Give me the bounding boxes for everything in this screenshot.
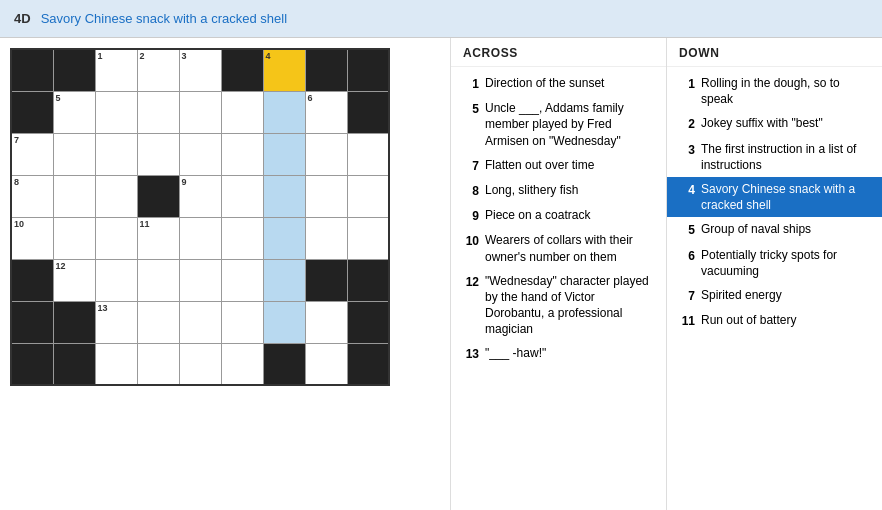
down-clue-item-1[interactable]: 1Rolling in the dough, so to speak [667, 71, 882, 111]
cell-r5c4[interactable]: 11 [137, 217, 179, 259]
top-clue-text: Savory Chinese snack with a cracked shel… [41, 11, 287, 26]
cell-r1c9[interactable] [347, 49, 389, 91]
cell-r3c3[interactable] [95, 133, 137, 175]
cell-r7c7[interactable] [263, 301, 305, 343]
down-clue-item-6[interactable]: 6Potentially tricky spots for vacuuming [667, 243, 882, 283]
cell-r6c5[interactable] [179, 259, 221, 301]
cell-r2c5[interactable] [179, 91, 221, 133]
cell-r1c1[interactable] [11, 49, 53, 91]
across-clue-item-7[interactable]: 7Flatten out over time [451, 153, 666, 178]
across-panel: ACROSS 1Direction of the sunset5Uncle __… [451, 38, 667, 510]
cell-r1c3[interactable]: 1 [95, 49, 137, 91]
cell-r1c5[interactable]: 3 [179, 49, 221, 91]
cell-r7c2[interactable] [53, 301, 95, 343]
cell-r3c5[interactable] [179, 133, 221, 175]
cell-r1c7[interactable]: 4 [263, 49, 305, 91]
across-clue-item-9[interactable]: 9Piece on a coatrack [451, 203, 666, 228]
cell-r3c9[interactable] [347, 133, 389, 175]
cell-r3c8[interactable] [305, 133, 347, 175]
cell-r1c6[interactable] [221, 49, 263, 91]
crossword-grid[interactable]: 1 2 3 4 5 6 [10, 48, 390, 386]
cell-r2c8[interactable]: 6 [305, 91, 347, 133]
cell-r5c5[interactable] [179, 217, 221, 259]
cell-r6c1[interactable] [11, 259, 53, 301]
cell-r4c4[interactable] [137, 175, 179, 217]
cell-r4c1[interactable]: 8 [11, 175, 53, 217]
cell-r8c3[interactable] [95, 343, 137, 385]
cell-r6c7[interactable] [263, 259, 305, 301]
cell-r8c5[interactable] [179, 343, 221, 385]
cell-r2c6[interactable] [221, 91, 263, 133]
cell-r2c4[interactable] [137, 91, 179, 133]
cell-r6c3[interactable] [95, 259, 137, 301]
down-clue-list[interactable]: 1Rolling in the dough, so to speak2Jokey… [667, 67, 882, 510]
cell-r8c9[interactable] [347, 343, 389, 385]
cell-r5c8[interactable] [305, 217, 347, 259]
cell-r2c3[interactable] [95, 91, 137, 133]
cell-r7c8[interactable] [305, 301, 347, 343]
cell-r1c8[interactable] [305, 49, 347, 91]
across-clue-num-1: 1 [459, 75, 479, 92]
cell-r3c7[interactable] [263, 133, 305, 175]
cell-r8c8[interactable] [305, 343, 347, 385]
cell-r2c1[interactable] [11, 91, 53, 133]
down-clue-item-11[interactable]: 11Run out of battery [667, 308, 882, 333]
cell-r7c9[interactable] [347, 301, 389, 343]
cell-r4c9[interactable] [347, 175, 389, 217]
cell-r4c7[interactable] [263, 175, 305, 217]
cell-r6c9[interactable] [347, 259, 389, 301]
across-clue-text-8: Long, slithery fish [485, 182, 578, 198]
cell-r3c6[interactable] [221, 133, 263, 175]
cell-r5c3[interactable] [95, 217, 137, 259]
cell-r8c4[interactable] [137, 343, 179, 385]
cell-r3c2[interactable] [53, 133, 95, 175]
down-clue-item-5[interactable]: 5Group of naval ships [667, 217, 882, 242]
across-clue-item-13[interactable]: 13"___ -haw!" [451, 341, 666, 366]
cell-r4c8[interactable] [305, 175, 347, 217]
cell-r4c3[interactable] [95, 175, 137, 217]
cell-r8c2[interactable] [53, 343, 95, 385]
across-clue-item-10[interactable]: 10Wearers of collars with their owner's … [451, 228, 666, 268]
cell-r5c1[interactable]: 10 [11, 217, 53, 259]
cell-r4c6[interactable] [221, 175, 263, 217]
cell-r8c6[interactable] [221, 343, 263, 385]
cell-r5c2[interactable] [53, 217, 95, 259]
cell-r7c4[interactable] [137, 301, 179, 343]
across-clue-item-12[interactable]: 12"Wednesday" character played by the ha… [451, 269, 666, 342]
cell-r7c6[interactable] [221, 301, 263, 343]
cell-r3c4[interactable] [137, 133, 179, 175]
across-header: ACROSS [451, 38, 666, 67]
cell-r3c1[interactable]: 7 [11, 133, 53, 175]
cell-r7c3[interactable]: 13 [95, 301, 137, 343]
across-clue-item-1[interactable]: 1Direction of the sunset [451, 71, 666, 96]
top-clue-bar: 4D Savory Chinese snack with a cracked s… [0, 0, 882, 38]
cell-r8c1[interactable] [11, 343, 53, 385]
across-clue-item-8[interactable]: 8Long, slithery fish [451, 178, 666, 203]
cell-r7c1[interactable] [11, 301, 53, 343]
cell-r1c4[interactable]: 2 [137, 49, 179, 91]
cell-r4c2[interactable] [53, 175, 95, 217]
cell-r6c6[interactable] [221, 259, 263, 301]
across-clue-list[interactable]: 1Direction of the sunset5Uncle ___, Adda… [451, 67, 666, 510]
across-clue-num-7: 7 [459, 157, 479, 174]
down-clue-item-3[interactable]: 3The first instruction in a list of inst… [667, 137, 882, 177]
cell-r6c2[interactable]: 12 [53, 259, 95, 301]
across-clue-text-9: Piece on a coatrack [485, 207, 590, 223]
cell-r1c2[interactable] [53, 49, 95, 91]
cell-r4c5[interactable]: 9 [179, 175, 221, 217]
cell-r5c6[interactable] [221, 217, 263, 259]
down-clue-item-7[interactable]: 7Spirited energy [667, 283, 882, 308]
cell-r2c9[interactable] [347, 91, 389, 133]
down-clue-item-2[interactable]: 2Jokey suffix with "best" [667, 111, 882, 136]
cell-r7c5[interactable] [179, 301, 221, 343]
across-clue-text-10: Wearers of collars with their owner's nu… [485, 232, 656, 264]
across-clue-item-5[interactable]: 5Uncle ___, Addams family member played … [451, 96, 666, 153]
cell-r2c7[interactable] [263, 91, 305, 133]
cell-r2c2[interactable]: 5 [53, 91, 95, 133]
cell-r6c8[interactable] [305, 259, 347, 301]
cell-r5c9[interactable] [347, 217, 389, 259]
cell-r5c7[interactable] [263, 217, 305, 259]
down-clue-item-4[interactable]: 4Savory Chinese snack with a cracked she… [667, 177, 882, 217]
cell-r6c4[interactable] [137, 259, 179, 301]
cell-r8c7[interactable] [263, 343, 305, 385]
